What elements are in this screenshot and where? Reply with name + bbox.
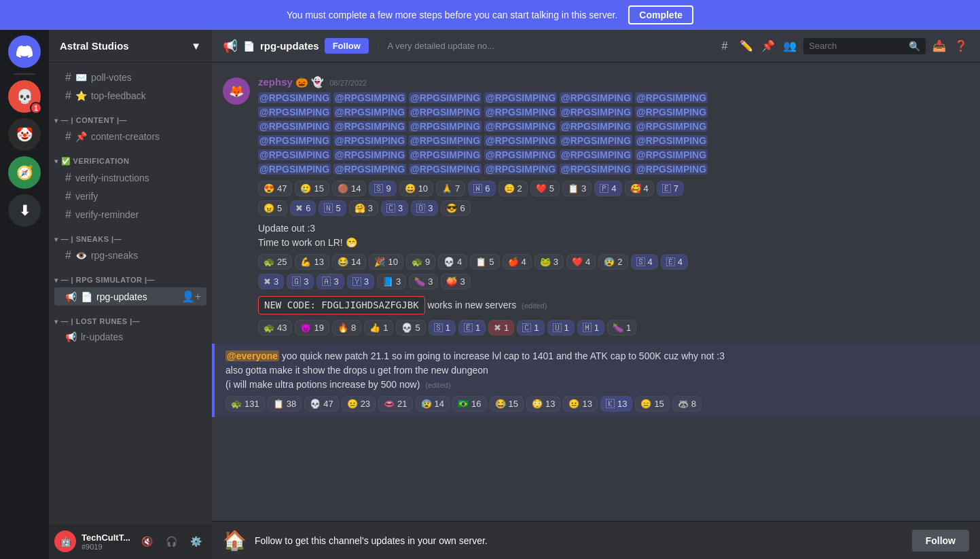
reaction[interactable]: 🇼6 <box>468 181 495 196</box>
reaction[interactable]: 🇪7 <box>657 181 684 196</box>
reaction[interactable]: 🇨1 <box>517 320 544 336</box>
reaction[interactable]: 💀5 <box>396 320 425 336</box>
reaction[interactable]: 🍑3 <box>441 274 470 289</box>
reaction[interactable]: 💀4 <box>438 254 467 270</box>
mute-button[interactable]: 🔇 <box>136 530 158 552</box>
reaction[interactable]: 🐢9 <box>406 254 435 270</box>
reaction[interactable]: 🍎4 <box>503 254 532 270</box>
reaction[interactable]: 🇵4 <box>594 181 621 196</box>
reaction[interactable]: 🙏7 <box>436 181 465 196</box>
category-sneaks[interactable]: ▾ — | SNEAKS |— <box>49 224 212 246</box>
channel-item-verify[interactable]: # verify <box>54 187 206 205</box>
reaction[interactable]: 😄10 <box>399 181 433 196</box>
edit-action-icon[interactable]: ✏️ <box>738 38 755 54</box>
reaction[interactable]: 🇰13 <box>600 396 632 412</box>
reaction[interactable]: 💪13 <box>295 254 329 270</box>
reaction[interactable]: 🇪1 <box>458 320 486 336</box>
explore-icon[interactable]: 🧭 <box>8 156 41 189</box>
discord-home-icon[interactable] <box>8 35 41 68</box>
reaction[interactable]: 🐢131 <box>225 396 265 412</box>
reaction[interactable]: 😍47 <box>258 181 292 196</box>
reaction[interactable]: ❤️4 <box>566 254 596 270</box>
reaction[interactable]: 🇺1 <box>547 320 575 336</box>
reaction[interactable]: 👍1 <box>364 320 393 336</box>
members-action-icon[interactable]: 👥 <box>782 38 798 54</box>
reaction[interactable]: 🇬3 <box>287 274 314 289</box>
help-action-icon[interactable]: ❓ <box>953 38 969 54</box>
reaction[interactable]: 😈19 <box>295 320 329 336</box>
reaction[interactable]: 😰2 <box>598 254 628 270</box>
reaction[interactable]: 🇸1 <box>429 320 456 336</box>
reaction[interactable]: 🦝8 <box>672 396 702 412</box>
channel-item-lr-updates[interactable]: 📢 lr-updates <box>54 329 206 345</box>
category-verification[interactable]: ▾ ✅ VERIFICATION <box>49 146 212 168</box>
reaction[interactable]: 📋5 <box>470 254 499 270</box>
reaction[interactable]: 📋3 <box>562 181 592 196</box>
reaction[interactable]: 🍆1 <box>607 320 636 336</box>
reaction[interactable]: 🐸3 <box>534 254 564 270</box>
reaction[interactable]: 🇴3 <box>411 200 438 216</box>
edited-tag-2: (edited) <box>425 381 450 389</box>
pin-action-icon[interactable]: 📌 <box>760 38 776 54</box>
reaction[interactable]: 🥲15 <box>295 181 329 196</box>
follow-bar-button[interactable]: Follow <box>912 530 969 552</box>
search-box[interactable]: 🔍 <box>803 38 926 54</box>
reaction[interactable]: 🇪4 <box>661 254 688 270</box>
reaction[interactable]: 👄21 <box>378 396 412 412</box>
channel-item-rpg-sneaks[interactable]: # 👁️ rpg-sneaks <box>54 247 206 264</box>
complete-button[interactable]: Complete <box>628 5 693 24</box>
follow-channel-button[interactable]: Follow <box>325 38 369 54</box>
search-input[interactable] <box>809 41 906 51</box>
server-icon-red[interactable]: 💀 1 <box>8 80 41 113</box>
hashtag-action-icon[interactable]: # <box>716 38 733 54</box>
channel-item-verify-instructions[interactable]: # verify-instructions <box>54 169 206 187</box>
category-content[interactable]: ▾ — | CONTENT |— <box>49 105 212 127</box>
reaction[interactable]: 😳13 <box>526 396 560 412</box>
settings-button[interactable]: ⚙️ <box>185 530 206 552</box>
reaction[interactable]: 🇸4 <box>631 254 658 270</box>
reaction[interactable]: 🥰4 <box>625 181 654 196</box>
channel-item-top-feedback[interactable]: # ⭐ top-feedback <box>54 87 206 105</box>
reaction[interactable]: 😰14 <box>416 396 450 412</box>
reaction[interactable]: 🐢25 <box>258 254 292 270</box>
reaction[interactable]: 😎6 <box>441 200 470 216</box>
reaction[interactable]: 😂14 <box>332 254 366 270</box>
reaction[interactable]: 😑2 <box>498 181 528 196</box>
reaction[interactable]: ✖1 <box>488 320 514 336</box>
inbox-action-icon[interactable]: 📥 <box>931 38 947 54</box>
channel-item-rpg-updates[interactable]: 📢 📄 rpg-updates 👤+ <box>54 287 206 306</box>
channel-item-content-creators[interactable]: # 📌 content-creators <box>54 128 206 145</box>
reaction[interactable]: 😐23 <box>342 396 376 412</box>
reaction[interactable]: 📋38 <box>268 396 302 412</box>
reaction[interactable]: 🇸9 <box>369 181 396 196</box>
reaction[interactable]: 🇧🇷16 <box>452 396 486 412</box>
reaction[interactable]: ❤️5 <box>530 181 560 196</box>
reaction[interactable]: 😑15 <box>635 396 669 412</box>
category-lost-runes[interactable]: ▾ — | LOST RUNES |— <box>49 306 212 328</box>
reaction[interactable]: 🇦3 <box>316 274 344 289</box>
server-icon-black[interactable]: 🤡 <box>8 118 41 151</box>
reaction[interactable]: 🇨3 <box>381 200 408 216</box>
reaction[interactable]: 🐢43 <box>258 320 292 336</box>
reaction[interactable]: 🎉10 <box>369 254 403 270</box>
download-server-icon[interactable]: ⬇ <box>8 194 41 227</box>
reaction[interactable]: 🇳5 <box>319 200 346 216</box>
reaction[interactable]: 📘3 <box>377 274 406 289</box>
reaction[interactable]: ✖3 <box>258 274 284 289</box>
reaction[interactable]: 🇲1 <box>577 320 604 336</box>
reaction[interactable]: 🇾3 <box>347 274 374 289</box>
server-header[interactable]: Astral Studios ▼ <box>49 30 212 62</box>
reaction[interactable]: 😠5 <box>258 200 287 216</box>
reaction[interactable]: ✖6 <box>290 200 316 216</box>
reaction[interactable]: 🤗3 <box>349 200 378 216</box>
channel-item-verify-reminder[interactable]: # verify-reminder <box>54 206 206 223</box>
channel-item-poll-votes[interactable]: # ✉️ poll-votes <box>54 69 206 86</box>
reaction[interactable]: 😐13 <box>563 396 597 412</box>
category-rpg-simulator[interactable]: ▾ — | RPG SIMULATOR |— <box>49 265 212 287</box>
reaction[interactable]: 🟤14 <box>332 181 366 196</box>
reaction[interactable]: 🔥8 <box>332 320 361 336</box>
deafen-button[interactable]: 🎧 <box>160 530 182 552</box>
reaction[interactable]: 💀47 <box>304 396 338 412</box>
reaction[interactable]: 😂15 <box>490 396 524 412</box>
reaction[interactable]: 🍆3 <box>409 274 438 289</box>
